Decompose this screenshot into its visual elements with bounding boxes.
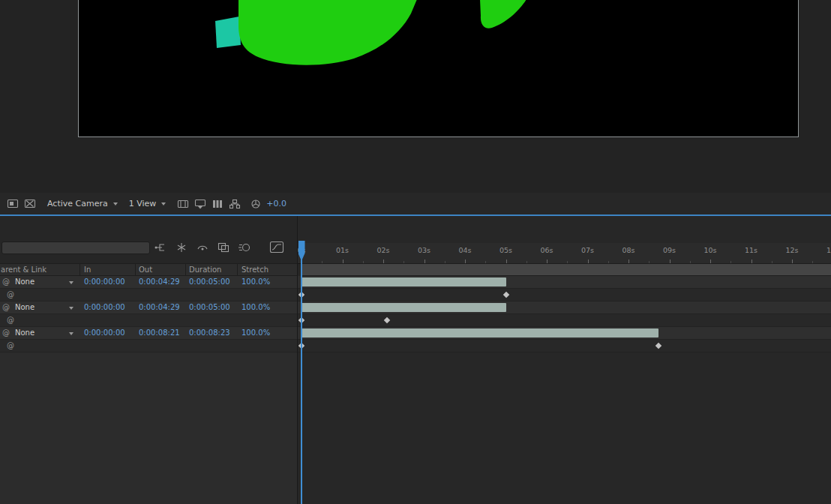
- parent-select-value: None: [15, 328, 34, 337]
- frame-blending-icon[interactable]: [217, 242, 230, 256]
- draft-3d-icon[interactable]: [175, 242, 188, 256]
- pixel-aspect-icon[interactable]: [177, 198, 189, 210]
- ruler-label: 09s: [663, 246, 676, 254]
- in-value[interactable]: 0:00:00:00: [84, 328, 125, 337]
- in-value[interactable]: 0:00:00:00: [84, 303, 125, 311]
- out-value[interactable]: 0:00:04:29: [139, 303, 180, 311]
- ruler-label: 04s: [458, 246, 471, 254]
- exposure-value[interactable]: +0.0: [266, 199, 286, 208]
- teal-extrusion-face: [215, 16, 241, 48]
- ruler-label: 13s: [826, 246, 831, 254]
- keyframe-track: [298, 314, 831, 327]
- ruler-label: 08s: [622, 246, 634, 254]
- ruler-label: 11s: [745, 246, 758, 254]
- time-ruler[interactable]: 0s01s02s03s04s05s06s07s08s09s10s11s12s13…: [298, 243, 831, 264]
- property-row: @: [0, 340, 297, 352]
- column-parent-link: arent & Link: [1, 266, 46, 274]
- green-3d-artwork: [79, 0, 798, 136]
- parent-select[interactable]: None: [15, 328, 78, 337]
- keyframe-icon[interactable]: [384, 317, 390, 323]
- stretch-value[interactable]: 100.0%: [242, 303, 270, 311]
- duration-value[interactable]: 0:00:05:00: [189, 278, 230, 286]
- property-row: @: [0, 289, 297, 302]
- composition-viewport[interactable]: [78, 0, 799, 137]
- layer-duration-bar[interactable]: [302, 278, 506, 286]
- timeline-panel-icon[interactable]: [212, 198, 224, 210]
- property-row: @: [0, 314, 297, 327]
- timeline-track-area: 0s01s02s03s04s05s06s07s08s09s10s11s12s13…: [298, 216, 831, 504]
- layer-track: [298, 327, 831, 340]
- view-layout-dropdown[interactable]: 1 View: [129, 199, 166, 208]
- pick-whip-icon[interactable]: @: [7, 341, 14, 350]
- column-duration: Duration: [189, 266, 221, 274]
- ruler-label: 06s: [540, 246, 553, 254]
- column-in: In: [84, 266, 91, 274]
- pick-whip-icon[interactable]: @: [7, 316, 14, 324]
- parent-select-value: None: [15, 303, 34, 311]
- ruler-label: 03s: [418, 246, 430, 254]
- mini-flowchart-icon[interactable]: [154, 242, 167, 256]
- layer-track: [298, 276, 831, 289]
- layer-row: @ None 0:00:00:00 0:00:08:21 0:00:08:23 …: [0, 327, 297, 340]
- layer-row: @ None 0:00:00:00 0:00:04:29 0:00:05:00 …: [0, 276, 297, 289]
- column-out: Out: [139, 266, 152, 274]
- ruler-label: 05s: [500, 246, 512, 254]
- column-divider: [237, 264, 238, 275]
- in-value[interactable]: 0:00:00:00: [84, 278, 125, 286]
- layer-duration-bar[interactable]: [302, 303, 506, 312]
- chevron-down-icon: [161, 202, 166, 206]
- layer-row: @ None 0:00:00:00 0:00:04:29 0:00:05:00 …: [0, 302, 297, 314]
- column-divider: [185, 264, 186, 275]
- after-effects-app: Active Camera 1 View +0.0: [0, 0, 831, 504]
- duration-value[interactable]: 0:00:05:00: [189, 303, 230, 311]
- motion-blur-icon[interactable]: [238, 242, 251, 256]
- stretch-value[interactable]: 100.0%: [242, 328, 270, 337]
- pick-whip-icon[interactable]: @: [2, 303, 10, 311]
- green-letter-shape-2: [480, 0, 526, 28]
- column-divider: [135, 264, 136, 275]
- ruler-label: 10s: [704, 246, 716, 254]
- fast-previews-icon[interactable]: [194, 198, 206, 210]
- stretch-value[interactable]: 100.0%: [242, 278, 270, 286]
- graph-editor-icon[interactable]: [269, 241, 284, 256]
- shy-layers-icon[interactable]: [196, 242, 209, 256]
- out-value[interactable]: 0:00:08:21: [139, 328, 180, 337]
- pick-whip-icon[interactable]: @: [2, 278, 10, 286]
- reset-exposure-icon[interactable]: [250, 198, 262, 210]
- column-stretch: Stretch: [242, 266, 268, 274]
- layer-track: [298, 302, 831, 314]
- composition-viewer: [0, 0, 831, 192]
- timeline-toggle-icons: [154, 241, 284, 256]
- viewer-toolbar: Active Camera 1 View +0.0: [0, 193, 831, 214]
- out-value[interactable]: 0:00:04:29: [139, 278, 180, 286]
- pick-whip-icon[interactable]: @: [2, 328, 10, 337]
- keyframe-track: [298, 340, 831, 352]
- timeline-column-headers: arent & Link In Out Duration Stretch: [0, 263, 297, 276]
- parent-select[interactable]: None: [15, 303, 78, 311]
- timeline-left-pane: arent & Link In Out Duration Stretch @ N…: [0, 216, 297, 504]
- chevron-down-icon: [69, 307, 74, 310]
- green-letter-shape: [238, 0, 417, 65]
- playhead-line: [301, 241, 302, 504]
- layer-duration-bar[interactable]: [302, 328, 658, 338]
- keyframe-track: [298, 289, 831, 302]
- work-area-bar[interactable]: [302, 263, 831, 276]
- column-divider: [80, 264, 80, 275]
- main-viewer-icon[interactable]: [24, 198, 36, 210]
- parent-select[interactable]: None: [15, 278, 78, 286]
- flowchart-icon[interactable]: [229, 198, 241, 210]
- keyframe-icon[interactable]: [502, 292, 508, 298]
- left-pane-empty-area: [0, 352, 297, 504]
- keyframe-icon[interactable]: [656, 343, 662, 349]
- pick-whip-icon[interactable]: @: [7, 290, 14, 298]
- parent-select-value: None: [15, 278, 34, 286]
- timeline-search-field[interactable]: [2, 242, 150, 254]
- always-preview-icon[interactable]: [7, 198, 19, 210]
- chevron-down-icon: [69, 332, 74, 335]
- ruler-label: 12s: [785, 246, 798, 254]
- camera-view-dropdown[interactable]: Active Camera: [47, 199, 118, 208]
- ruler-label: 07s: [581, 246, 594, 254]
- view-layout-label: 1 View: [129, 199, 157, 208]
- duration-value[interactable]: 0:00:08:23: [189, 328, 230, 337]
- chevron-down-icon: [113, 202, 118, 206]
